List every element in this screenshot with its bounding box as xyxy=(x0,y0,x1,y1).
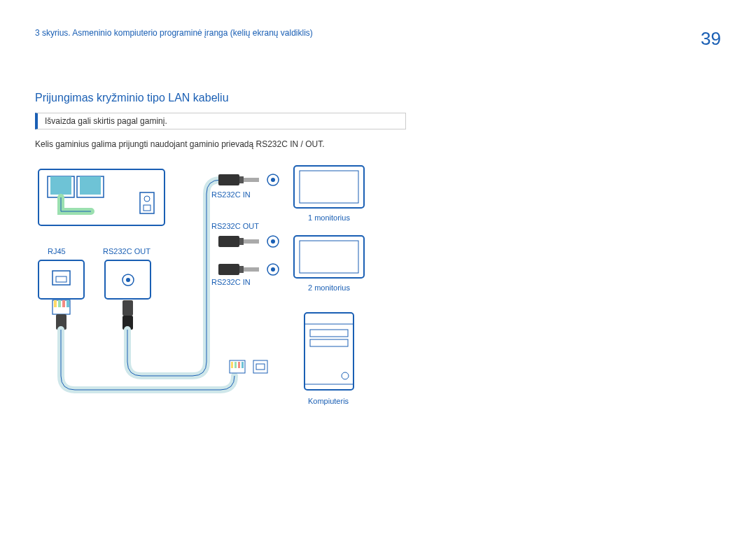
svg-rect-49 xyxy=(234,362,237,368)
svg-point-31 xyxy=(271,239,275,244)
svg-rect-8 xyxy=(38,260,84,299)
svg-rect-33 xyxy=(239,266,244,273)
label-computer: Kompiuteris xyxy=(308,397,349,405)
svg-rect-22 xyxy=(218,174,239,185)
svg-rect-44 xyxy=(310,339,348,346)
svg-rect-24 xyxy=(244,178,259,182)
label-monitor-1: 1 monitorius xyxy=(308,213,350,222)
svg-rect-48 xyxy=(231,362,233,368)
svg-point-26 xyxy=(271,178,275,182)
note-box: Išvaizda gali skirtis pagal gaminį. xyxy=(35,113,406,129)
svg-rect-23 xyxy=(239,176,244,183)
note-text: Išvaizda gali skirtis pagal gaminį. xyxy=(45,116,167,126)
svg-rect-29 xyxy=(244,239,259,244)
page-number: 39 xyxy=(701,28,721,50)
svg-rect-34 xyxy=(244,267,259,272)
body-text: Kelis gaminius galima prijungti naudojan… xyxy=(35,139,721,149)
svg-rect-17 xyxy=(62,300,65,307)
label-monitor-2: 2 monitorius xyxy=(308,283,350,292)
svg-rect-37 xyxy=(294,166,364,208)
svg-rect-4 xyxy=(80,176,101,195)
svg-rect-28 xyxy=(239,238,244,245)
label-rs232c-out-port: RS232C OUT xyxy=(103,247,150,255)
svg-rect-52 xyxy=(253,360,267,373)
svg-point-36 xyxy=(271,267,275,272)
svg-rect-50 xyxy=(238,362,240,368)
svg-rect-10 xyxy=(56,276,66,282)
label-rj45: RJ45 xyxy=(48,247,66,255)
svg-rect-39 xyxy=(294,236,364,278)
svg-rect-7 xyxy=(144,205,150,211)
svg-rect-51 xyxy=(241,362,244,368)
svg-rect-38 xyxy=(300,171,358,203)
section-title: Prijungimas kryžminio tipo LAN kabeliu xyxy=(35,92,721,104)
svg-rect-20 xyxy=(122,300,133,316)
svg-rect-9 xyxy=(52,271,70,285)
svg-rect-15 xyxy=(54,300,57,307)
label-rs232c-in-bot: RS232C IN xyxy=(211,278,251,286)
svg-rect-40 xyxy=(300,241,358,273)
svg-point-6 xyxy=(144,196,150,202)
label-rs232c-out-mid: RS232C OUT xyxy=(211,222,259,230)
svg-rect-32 xyxy=(218,264,239,275)
diagram-svg xyxy=(35,166,399,425)
svg-rect-2 xyxy=(50,176,71,195)
svg-rect-27 xyxy=(218,236,239,247)
label-rs232c-in-top: RS232C IN xyxy=(211,190,251,199)
connection-diagram: RJ45 RS232C OUT RS232C IN RS232C OUT RS2… xyxy=(35,166,399,418)
chapter-label: 3 skyrius. Asmeninio kompiuterio program… xyxy=(35,28,313,38)
page-header: 3 skyrius. Asmeninio kompiuterio program… xyxy=(35,28,721,50)
svg-rect-18 xyxy=(66,300,69,307)
svg-rect-53 xyxy=(256,364,265,370)
svg-point-45 xyxy=(342,372,349,379)
svg-rect-43 xyxy=(310,330,348,337)
svg-rect-16 xyxy=(58,300,61,307)
svg-point-13 xyxy=(126,278,130,282)
